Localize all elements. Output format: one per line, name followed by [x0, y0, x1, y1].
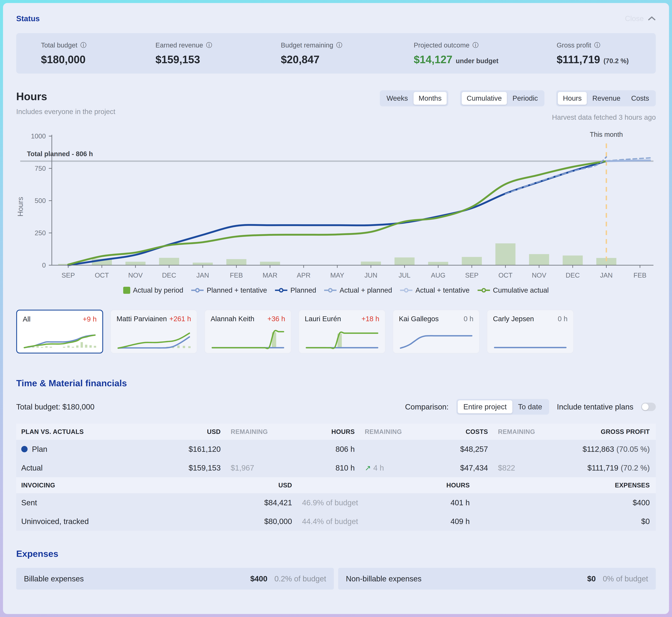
svg-text:NOV: NOV	[532, 271, 546, 279]
svg-text:Hours: Hours	[16, 197, 24, 216]
col-header: REMAINING	[221, 424, 304, 440]
svg-text:NOV: NOV	[128, 271, 143, 279]
svg-text:MAY: MAY	[330, 271, 345, 279]
svg-text:0: 0	[42, 261, 46, 269]
chart-toggles: Weeks Months Cumulative Periodic Hours R…	[380, 90, 656, 107]
cell-hours-remaining: ↗4 h	[355, 458, 438, 477]
comparison-segmented-control: Entire project To date	[456, 399, 549, 415]
cell-value: $48,257	[438, 440, 488, 458]
toggle-periodic[interactable]: Periodic	[507, 92, 543, 105]
svg-text:JAN: JAN	[196, 271, 209, 279]
metric-value: $180,000	[41, 53, 85, 66]
svg-text:MAR: MAR	[263, 271, 277, 279]
close-label: Close	[625, 14, 644, 23]
person-card-kai-gallegos[interactable]: Kai Gallegos0 h	[393, 310, 480, 354]
tentative-plans-toggle[interactable]	[641, 403, 656, 411]
person-sparkline	[493, 327, 568, 350]
status-title: Status	[16, 14, 40, 23]
person-sparkline	[305, 327, 379, 350]
hours-controls: Weeks Months Cumulative Periodic Hours R…	[380, 90, 656, 122]
metric-suffix: (70.2 %)	[604, 57, 629, 65]
metric-suffix: under budget	[456, 57, 498, 65]
svg-text:OCT: OCT	[95, 271, 109, 279]
info-icon[interactable]: ⓘ	[473, 41, 479, 49]
cell-value: $47,434	[438, 458, 488, 477]
toggle-costs[interactable]: Costs	[626, 92, 654, 105]
toggle-months[interactable]: Months	[414, 92, 447, 105]
person-card-lauri-euren[interactable]: Lauri Eurén+18 h	[298, 310, 386, 354]
person-card-all[interactable]: All+9 h	[16, 310, 103, 354]
hours-header: Hours Includes everyone in the project W…	[16, 90, 656, 122]
chart-legend: Actual by period Planned + tentative Pla…	[16, 286, 656, 294]
toggle-weeks[interactable]: Weeks	[382, 92, 413, 105]
row-plan-name: Plan	[16, 440, 150, 458]
metric-label: Total budget	[41, 41, 77, 49]
comparison-label: Comparison:	[405, 402, 449, 411]
person-delta: +261 h	[169, 315, 191, 323]
invoicing-table: INVOICING USD HOURS EXPENSES Sent $84,42…	[16, 477, 656, 531]
svg-text:OCT: OCT	[498, 271, 512, 279]
cell-pct: 44.4% of budget	[292, 512, 409, 531]
svg-text:APR: APR	[297, 271, 310, 279]
person-card-alannah-keith[interactable]: Alannah Keith+36 h	[204, 310, 291, 354]
toggle-group-period: Weeks Months	[380, 90, 448, 107]
metric-label: Earned revenue	[156, 41, 203, 49]
legend-swatch-icon	[123, 287, 130, 294]
col-header: REMAINING	[355, 424, 438, 440]
col-header: EXPENSES	[470, 477, 656, 493]
legend-swatch-icon	[400, 288, 413, 293]
legend-actual-by-period: Actual by period	[123, 286, 183, 294]
svg-text:500: 500	[35, 197, 46, 204]
comparison-to-date[interactable]: To date	[512, 400, 548, 413]
cell-value: $400	[470, 493, 656, 512]
svg-text:FEB: FEB	[634, 271, 647, 279]
toggle-revenue[interactable]: Revenue	[588, 92, 626, 105]
cell-value	[355, 440, 438, 458]
row-actual-name: Actual	[16, 458, 150, 477]
metric-label: Gross profit	[556, 41, 591, 49]
plan-vs-actuals-table: PLAN VS. ACTUALS USD REMAINING HOURS REM…	[16, 424, 656, 477]
col-header: HOURS	[409, 477, 470, 493]
col-header: REMAINING	[488, 424, 555, 440]
cell-value	[488, 440, 555, 458]
close-button[interactable]: Close	[625, 14, 656, 23]
tm-financials-title: Time & Material financials	[16, 378, 656, 388]
legend-swatch-icon	[324, 288, 337, 293]
toggle-hours[interactable]: Hours	[558, 92, 587, 105]
billable-expenses-panel: Billable expenses $4000.2% of budget	[16, 568, 334, 590]
info-icon[interactable]: ⓘ	[80, 41, 86, 49]
info-icon[interactable]: ⓘ	[206, 41, 212, 49]
metric-total-budget: Total budgetⓘ $180,000	[41, 41, 156, 66]
person-delta: +9 h	[83, 315, 96, 323]
person-card-carly-jepsen[interactable]: Carly Jepsen0 h	[487, 310, 574, 354]
legend-actual-tentative: Actual + tentative	[400, 286, 469, 294]
status-metrics-bar: Total budgetⓘ $180,000 Earned revenueⓘ $…	[16, 33, 656, 73]
col-header	[292, 477, 409, 493]
person-name: Kai Gallegos	[399, 315, 439, 323]
legend-planned: Planned	[275, 286, 316, 294]
svg-text:250: 250	[35, 229, 46, 237]
harvest-fetched-status: Harvest data fetched 3 hours ago	[552, 114, 656, 122]
metric-value: $111,719	[556, 53, 600, 66]
cell-value: $84,421	[208, 493, 292, 512]
person-card-matti-parviainen[interactable]: Matti Parviainen+261 h	[110, 310, 197, 354]
comparison-entire-project[interactable]: Entire project	[458, 400, 512, 413]
col-header: COSTS	[438, 424, 488, 440]
metric-label: Projected outcome	[414, 41, 470, 49]
cell-value: 806 h	[304, 440, 355, 458]
row-sent: Sent	[16, 493, 208, 512]
legend-actual-planned: Actual + planned	[324, 286, 392, 294]
toggle-cumulative[interactable]: Cumulative	[462, 92, 507, 105]
info-icon[interactable]: ⓘ	[594, 41, 600, 49]
svg-text:This month: This month	[590, 131, 623, 138]
tentative-plans-label: Include tentative plans	[557, 402, 633, 411]
legend-cumulative-actual: Cumulative actual	[477, 286, 549, 294]
person-name: Carly Jepsen	[493, 315, 534, 323]
tm-controls-row: Total budget: $180,000 Comparison: Entir…	[16, 399, 656, 415]
toggle-group-measure: Hours Revenue Costs	[556, 90, 656, 107]
tm-total-budget: Total budget: $180,000	[16, 402, 94, 411]
project-report-panel: Status Close Total budgetⓘ $180,000 Earn…	[3, 3, 669, 614]
person-sparkline	[117, 327, 191, 350]
info-icon[interactable]: ⓘ	[337, 41, 343, 49]
person-sparkline	[211, 327, 285, 350]
